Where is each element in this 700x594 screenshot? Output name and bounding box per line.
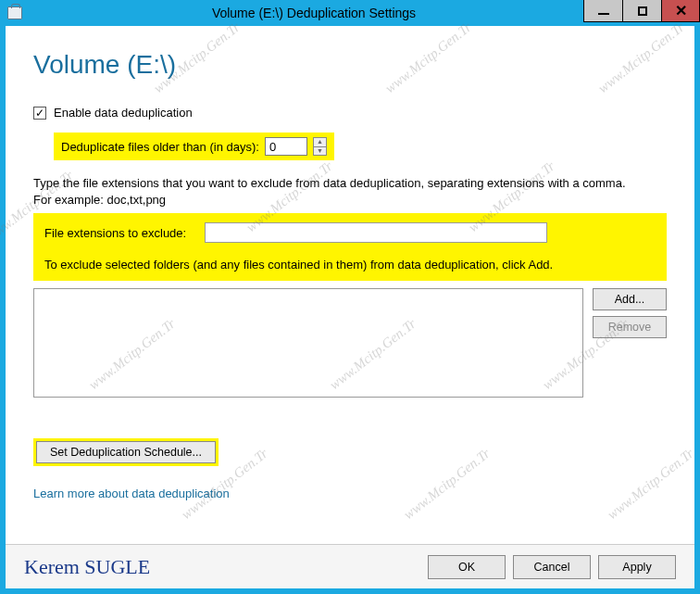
- older-than-spinner[interactable]: ▲ ▼: [313, 137, 327, 156]
- older-than-label: Deduplicate files older than (in days):: [61, 140, 259, 154]
- extensions-input[interactable]: [205, 222, 547, 243]
- schedule-highlight: Set Deduplication Schedule...: [33, 438, 219, 466]
- window-buttons: ✕: [583, 0, 700, 22]
- titlebar: Volume (E:\) Deduplication Settings ✕: [0, 0, 700, 26]
- content-area: Volume (E:\) ✓ Enable data deduplication…: [6, 32, 694, 544]
- window-title: Volume (E:\) Deduplication Settings: [30, 6, 598, 20]
- add-button[interactable]: Add...: [593, 288, 667, 310]
- older-than-input[interactable]: [265, 137, 307, 156]
- folder-side-buttons: Add... Remove: [593, 288, 667, 398]
- description-text: Type the file extensions that you want t…: [33, 175, 626, 208]
- extensions-label: File extensions to exclude:: [44, 226, 186, 240]
- ok-button[interactable]: OK: [428, 555, 506, 579]
- learn-more-link[interactable]: Learn more about data deduplication: [33, 487, 230, 500]
- maximize-button[interactable]: [622, 0, 661, 22]
- author-label: Kerem SUGLE: [24, 555, 420, 579]
- exclude-folders-area: Add... Remove: [33, 288, 667, 398]
- app-icon: [7, 6, 22, 19]
- minimize-button[interactable]: [583, 0, 622, 22]
- apply-button[interactable]: Apply: [598, 555, 676, 579]
- older-than-highlight: Deduplicate files older than (in days): …: [54, 133, 334, 160]
- page-heading: Volume (E:\): [33, 50, 667, 80]
- enable-label: Enable data deduplication: [54, 106, 193, 120]
- spinner-down-icon[interactable]: ▼: [313, 146, 327, 157]
- schedule-row: Set Deduplication Schedule...: [33, 438, 667, 466]
- enable-row: ✓ Enable data deduplication: [33, 106, 667, 120]
- remove-button[interactable]: Remove: [593, 316, 667, 338]
- exclude-folders-listbox[interactable]: [33, 288, 583, 398]
- enable-checkbox[interactable]: ✓: [33, 107, 46, 120]
- exclude-folders-note: To exclude selected folders (and any fil…: [44, 258, 656, 272]
- extensions-row: File extensions to exclude:: [44, 222, 656, 243]
- schedule-button[interactable]: Set Deduplication Schedule...: [36, 441, 216, 463]
- dialog-window: Volume (E:\) Deduplication Settings ✕ Vo…: [0, 0, 700, 594]
- older-than-row: Deduplicate files older than (in days): …: [54, 133, 667, 160]
- spinner-up-icon[interactable]: ▲: [313, 137, 327, 146]
- cancel-button[interactable]: Cancel: [513, 555, 591, 579]
- exclude-highlight-block: File extensions to exclude: To exclude s…: [33, 213, 667, 281]
- footer-bar: Kerem SUGLE OK Cancel Apply: [6, 544, 694, 588]
- close-button[interactable]: ✕: [661, 0, 700, 22]
